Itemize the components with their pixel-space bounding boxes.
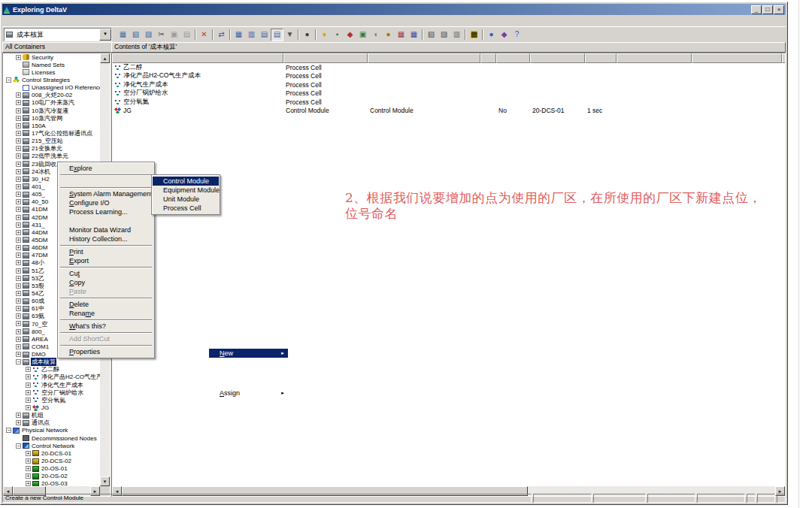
tree-item[interactable]: − 成本核算 (3, 358, 100, 366)
trend-icon[interactable]: ▨ (438, 29, 450, 41)
paste-icon[interactable]: ▤ (180, 29, 193, 41)
tree-item[interactable]: + 22低甲洗单元 (3, 153, 100, 160)
tree-expander[interactable]: + (16, 222, 21, 228)
copy-icon[interactable]: ▣ (168, 29, 180, 41)
tree-expander[interactable]: + (16, 420, 21, 425)
hierarchy-remote-icon[interactable]: ▨ (142, 29, 155, 41)
combobox-dropdown-icon[interactable]: ▼ (99, 29, 111, 41)
tree-expander[interactable]: + (26, 398, 31, 403)
tree-expander[interactable]: + (16, 192, 21, 197)
column-header[interactable] (585, 53, 617, 63)
module-blue-icon[interactable]: ▦ (408, 29, 420, 41)
tree-expander[interactable]: − (6, 77, 11, 83)
tree-expander[interactable]: + (16, 291, 21, 296)
about-icon[interactable]: ● (485, 29, 498, 41)
tree-expander[interactable]: + (16, 298, 21, 304)
tree-expander[interactable]: + (16, 162, 21, 167)
column-header[interactable] (112, 53, 283, 63)
tree-expander[interactable]: + (26, 473, 31, 479)
tree-expander[interactable]: + (16, 337, 21, 342)
tree-expander[interactable]: + (16, 413, 21, 418)
user-head-icon[interactable]: ● (301, 29, 314, 41)
tree-item[interactable]: + 10蒸汽冷凝液 (3, 107, 100, 114)
submenu-item[interactable]: Process Cell ► (153, 204, 219, 213)
submenu-item[interactable]: Unit Module ► (153, 195, 219, 204)
refresh-icon[interactable]: ⇄ (215, 29, 228, 41)
hierarchy-icon[interactable]: ▦ (117, 29, 129, 41)
tree-item[interactable]: − Control Strategies (3, 76, 100, 83)
tree-item[interactable]: + 008_火炬20-02 (3, 92, 100, 99)
key-user-icon[interactable]: ● (382, 29, 395, 41)
context-menu-item[interactable]: Rename ► (59, 309, 153, 318)
tree-expander[interactable]: + (26, 458, 31, 464)
tree-expander[interactable]: + (16, 116, 21, 121)
tree-expander[interactable]: + (16, 329, 21, 334)
tree-expander[interactable]: + (16, 306, 21, 311)
tree-item[interactable]: Unassigned I/O References (3, 84, 100, 92)
tree-expander[interactable]: + (16, 207, 21, 212)
tree-expander[interactable]: + (16, 146, 21, 151)
picture-icon[interactable]: ▣ (356, 29, 369, 41)
hierarchy-find-icon[interactable]: ▧ (129, 29, 142, 41)
column-header[interactable] (480, 53, 496, 63)
alarm-bell-icon[interactable]: ♦ (318, 29, 331, 41)
column-header[interactable] (692, 53, 782, 63)
tree-item[interactable]: + 空分厂锅炉给水 (3, 389, 100, 396)
tree-item[interactable]: + Security (3, 53, 100, 61)
tree-item[interactable]: + 21变换单元 (3, 145, 100, 153)
menubar-item[interactable] (11, 17, 20, 26)
submenu-item[interactable]: Equipment Module ► (153, 186, 219, 195)
tree-item[interactable]: + 20-OS-03 (3, 480, 100, 486)
context-menu-item[interactable]: Copy ► (59, 278, 153, 287)
tree-item[interactable]: Licenses (3, 68, 100, 76)
tree-expander[interactable]: − (6, 428, 11, 433)
column-header[interactable] (496, 53, 530, 63)
tree-expander[interactable]: + (16, 184, 21, 189)
tree-expander[interactable]: + (16, 252, 21, 258)
red-book-icon[interactable]: ◆ (344, 29, 356, 41)
tree-expander[interactable]: + (26, 367, 31, 372)
tree-item[interactable]: + 空分氧氮 (3, 396, 100, 404)
device-icon[interactable]: ▥ (450, 29, 463, 41)
tree-expander[interactable]: + (16, 237, 21, 243)
chart-icon[interactable]: ▧ (425, 29, 438, 41)
history-icon[interactable]: ◖ (369, 29, 382, 41)
tree-expander[interactable]: + (16, 100, 21, 105)
tree-expander[interactable]: + (16, 123, 21, 129)
context-menu-item[interactable]: Assign ► (209, 389, 288, 398)
sis-icon[interactable]: ▩ (468, 29, 480, 41)
tree-expander[interactable]: + (16, 55, 21, 60)
tree-item[interactable]: + 215_空压站 (3, 138, 100, 145)
context-menu-item[interactable]: Delete ► (59, 300, 153, 309)
tree-expander[interactable]: + (16, 169, 21, 174)
tree-expander[interactable]: + (26, 390, 31, 395)
tree-expander[interactable]: − (16, 443, 21, 449)
tree-expander[interactable]: + (16, 153, 21, 159)
context-menu-item[interactable]: Process Learning... ► (59, 207, 153, 216)
tree-expander[interactable]: + (16, 92, 21, 98)
context-menu-item[interactable]: What's this? ► (59, 322, 153, 331)
column-header[interactable] (617, 53, 692, 63)
context-menu-item[interactable]: Add ShortCut ► (59, 334, 153, 343)
tree-expander[interactable]: + (16, 352, 21, 357)
tree-expander[interactable]: + (16, 260, 21, 265)
details-view-icon[interactable]: ▤ (271, 29, 283, 41)
context-menu-item[interactable]: History Collection... ► (59, 234, 153, 243)
context-menu-item[interactable]: System Alarm Management ► (59, 189, 153, 198)
tree-item[interactable]: + 20-OS-02 (3, 473, 100, 480)
tree-expander[interactable]: + (16, 138, 21, 144)
close-button[interactable]: × (774, 5, 784, 14)
tree-item[interactable]: + 乙二醇 (3, 366, 100, 373)
tree-item[interactable]: + 20-DCS-01 (3, 449, 100, 457)
context-help-icon[interactable]: ? (511, 29, 523, 41)
delete-icon[interactable]: ✕ (198, 29, 211, 41)
assign-user-icon[interactable]: ▪ (331, 29, 344, 41)
maximize-button[interactable]: □ (762, 5, 773, 14)
JG[interactable]: JG Control Module Control Module No 20-D… (112, 107, 785, 116)
context-menu-item[interactable]: Monitor Data Wizard ► (59, 225, 153, 234)
tree-item[interactable]: + 20-DCS-02 (3, 457, 100, 464)
空分氧氮[interactable]: 空分氧氮 Process Cell (112, 98, 785, 107)
context-menu-item[interactable]: Properties ► (59, 347, 153, 356)
tree-item[interactable]: + 机组 (3, 412, 100, 419)
tree-expander[interactable]: + (16, 199, 21, 204)
